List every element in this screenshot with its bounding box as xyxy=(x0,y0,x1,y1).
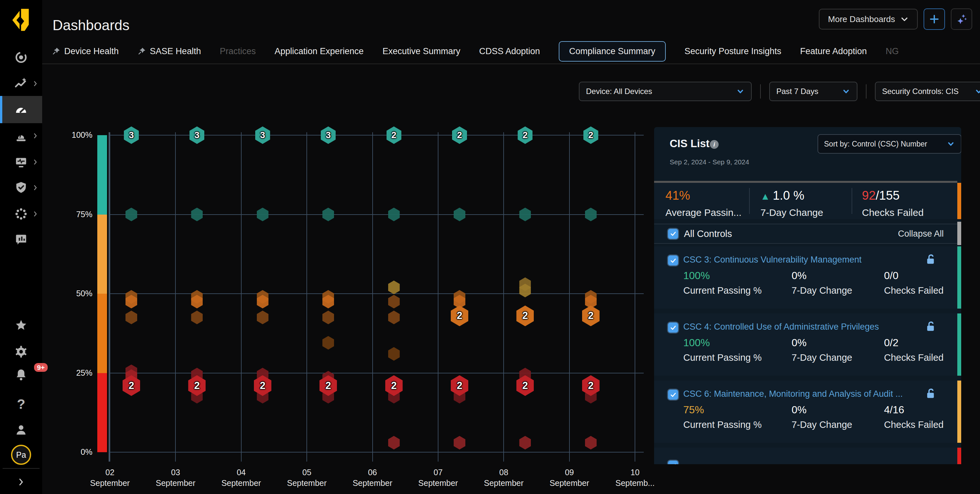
hex-marker[interactable]: 2 xyxy=(516,305,534,326)
control-checkbox[interactable] xyxy=(668,256,678,265)
hex-marker[interactable]: 2 xyxy=(452,126,467,144)
plus-icon xyxy=(929,14,940,25)
hex-marker[interactable] xyxy=(388,280,400,294)
hex-marker[interactable] xyxy=(388,347,400,361)
tab-ng[interactable]: NG xyxy=(886,46,899,56)
all-controls-row[interactable]: All Controls Collapse All xyxy=(654,224,957,244)
tab-application-experience[interactable]: Application Experience xyxy=(275,46,364,56)
hex-marker[interactable]: 2 xyxy=(516,375,534,396)
control-card-partial xyxy=(654,448,957,464)
stats-edge-strip xyxy=(957,183,961,219)
unlock-icon[interactable] xyxy=(925,388,937,400)
tab-executive-summary[interactable]: Executive Summary xyxy=(382,46,460,56)
security-controls-dropdown[interactable]: Security Controls: CIS xyxy=(875,82,980,101)
hex-marker[interactable]: 3 xyxy=(321,126,336,144)
hex-marker[interactable] xyxy=(454,208,465,221)
check-icon xyxy=(670,257,677,264)
control-checkbox[interactable] xyxy=(668,322,678,333)
x-axis-tick-label: 08September xyxy=(471,467,536,489)
hex-marker[interactable]: 2 xyxy=(254,375,271,396)
hex-marker[interactable]: 2 xyxy=(583,126,598,144)
hex-marker[interactable] xyxy=(388,295,400,308)
more-dashboards-button[interactable]: More Dashboards xyxy=(819,9,918,30)
hex-marker[interactable] xyxy=(257,208,269,221)
hex-marker[interactable] xyxy=(322,311,334,324)
sidebar-item-notifications[interactable]: 9+ xyxy=(0,361,42,388)
sidebar-item-help[interactable]: ? xyxy=(0,391,42,418)
hex-marker[interactable] xyxy=(585,208,597,221)
hex-marker[interactable] xyxy=(388,208,400,221)
hex-marker[interactable] xyxy=(322,336,334,350)
sidebar-item-monitor[interactable] xyxy=(0,148,42,176)
hex-marker[interactable]: 2 xyxy=(320,375,337,396)
tab-label: CDSS Adoption xyxy=(479,46,540,56)
info-icon[interactable]: i xyxy=(710,140,719,149)
tab-device-health[interactable]: Device Health xyxy=(52,46,119,56)
hex-marker[interactable]: 2 xyxy=(582,305,600,326)
check-icon xyxy=(670,230,677,237)
hex-marker[interactable] xyxy=(519,436,531,450)
hex-marker[interactable] xyxy=(257,311,269,324)
hex-marker[interactable]: 2 xyxy=(517,126,533,144)
time-range-dropdown[interactable]: Past 7 Days xyxy=(769,82,858,101)
hex-marker[interactable] xyxy=(519,208,531,221)
sidebar-item-radar[interactable] xyxy=(0,44,42,71)
sidebar-item-dashboards[interactable] xyxy=(0,96,42,123)
hex-marker[interactable] xyxy=(454,436,465,450)
hex-marker[interactable] xyxy=(388,436,400,450)
unlock-icon[interactable] xyxy=(925,254,937,266)
brand-logo[interactable] xyxy=(9,8,33,32)
hex-marker[interactable] xyxy=(191,208,203,221)
control-checkbox[interactable] xyxy=(668,390,678,400)
hex-marker[interactable]: 3 xyxy=(189,126,204,144)
chevron-right-icon xyxy=(16,477,26,487)
ai-assistant-button[interactable] xyxy=(951,8,972,30)
hex-marker[interactable]: 2 xyxy=(123,375,140,396)
hex-marker[interactable]: 3 xyxy=(124,126,139,144)
sidebar-item-insights[interactable] xyxy=(0,70,42,97)
hex-marker[interactable] xyxy=(388,311,400,324)
control-card-title[interactable]: CSC 4: Controlled Use of Administrative … xyxy=(683,322,879,332)
hex-marker[interactable] xyxy=(585,436,597,450)
sidebar-item-reports[interactable] xyxy=(0,226,42,253)
add-dashboard-button[interactable] xyxy=(924,8,945,30)
tab-feature-adoption[interactable]: Feature Adoption xyxy=(800,46,867,56)
sidebar-item-security-shield[interactable] xyxy=(0,174,42,201)
control-checkbox[interactable] xyxy=(668,461,678,464)
hex-marker[interactable] xyxy=(126,208,137,221)
hex-marker[interactable]: 2 xyxy=(451,305,468,326)
sort-dropdown[interactable]: Sort by: Control (CSC) Number xyxy=(818,134,961,154)
control-card-value: 0% xyxy=(792,337,807,349)
stats-divider xyxy=(851,188,852,214)
gridline-vertical xyxy=(438,132,438,462)
tab-sase-health[interactable]: SASE Health xyxy=(137,46,201,56)
sidebar-item-avatar[interactable]: Pa xyxy=(0,441,42,469)
hex-marker[interactable]: 2 xyxy=(387,126,401,144)
hex-marker[interactable]: 3 xyxy=(255,126,270,144)
tab-practices[interactable]: Practices xyxy=(220,46,256,56)
sidebar-item-alerts[interactable] xyxy=(0,122,42,149)
hex-marker[interactable] xyxy=(126,311,137,324)
unlock-icon[interactable] xyxy=(925,321,937,333)
hex-marker[interactable]: 2 xyxy=(582,375,600,396)
hex-marker[interactable] xyxy=(322,208,334,221)
tab-security-posture-insights[interactable]: Security Posture Insights xyxy=(684,46,781,56)
hex-marker[interactable]: 2 xyxy=(451,375,468,396)
all-controls-checkbox[interactable] xyxy=(668,229,678,239)
tab-cdss-adoption[interactable]: CDSS Adoption xyxy=(479,46,540,56)
hex-marker[interactable] xyxy=(191,311,203,324)
sidebar-item-user[interactable] xyxy=(0,416,42,443)
control-card-title[interactable]: CSC 6: Maintenance, Monitoring and Analy… xyxy=(683,389,903,399)
control-card-title[interactable]: CSC 3: Continuous Vulnerability Manageme… xyxy=(683,255,862,265)
sidebar-item-integrations[interactable] xyxy=(0,200,42,227)
tab-compliance-summary[interactable]: Compliance Summary xyxy=(559,41,666,62)
control-card-value: 0% xyxy=(792,404,807,416)
collapse-all-button[interactable]: Collapse All xyxy=(898,229,944,239)
hex-marker[interactable]: 2 xyxy=(188,375,205,396)
device-filter-dropdown[interactable]: Device: All Devices xyxy=(579,82,752,101)
sidebar-item-favorites[interactable] xyxy=(0,312,42,339)
hex-marker[interactable]: 2 xyxy=(385,375,403,396)
sidebar-expand-button[interactable] xyxy=(0,471,42,493)
sidebar-divider xyxy=(3,468,40,469)
scrollbar-thumb[interactable] xyxy=(957,222,961,245)
